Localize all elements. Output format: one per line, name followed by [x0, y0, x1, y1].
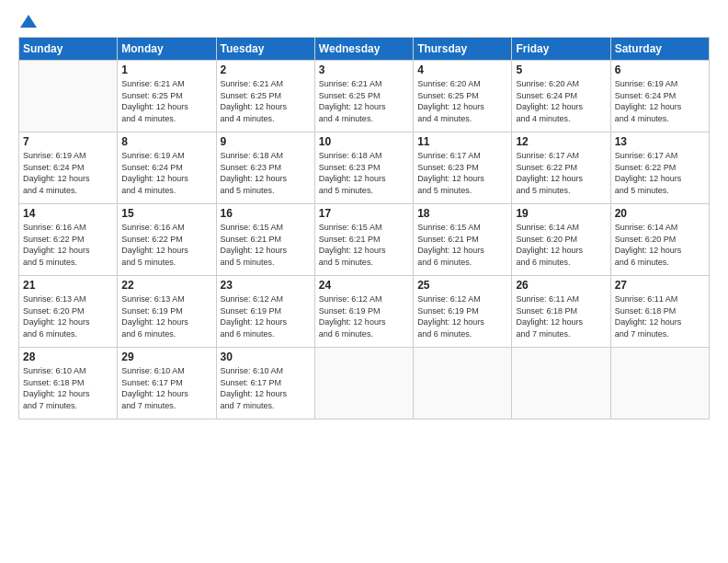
calendar-header-monday: Monday [118, 38, 216, 61]
day-info: Sunrise: 6:15 AM Sunset: 6:21 PM Dayligh… [319, 222, 409, 268]
calendar-cell: 21Sunrise: 6:13 AM Sunset: 6:20 PM Dayli… [19, 276, 118, 348]
day-number: 20 [615, 207, 705, 220]
header [18, 15, 710, 28]
calendar-cell: 6Sunrise: 6:19 AM Sunset: 6:24 PM Daylig… [610, 61, 709, 132]
page: SundayMondayTuesdayWednesdayThursdayFrid… [0, 0, 728, 563]
day-number: 14 [23, 207, 113, 220]
calendar-cell: 8Sunrise: 6:19 AM Sunset: 6:24 PM Daylig… [118, 132, 216, 204]
calendar-cell: 25Sunrise: 6:12 AM Sunset: 6:19 PM Dayli… [414, 276, 512, 348]
day-number: 13 [615, 135, 705, 148]
calendar-cell: 13Sunrise: 6:17 AM Sunset: 6:22 PM Dayli… [610, 132, 709, 204]
day-info: Sunrise: 6:19 AM Sunset: 6:24 PM Dayligh… [615, 78, 705, 124]
day-info: Sunrise: 6:12 AM Sunset: 6:19 PM Dayligh… [221, 293, 311, 339]
calendar-cell: 7Sunrise: 6:19 AM Sunset: 6:24 PM Daylig… [19, 132, 118, 204]
day-info: Sunrise: 6:21 AM Sunset: 6:25 PM Dayligh… [121, 78, 211, 124]
day-number: 15 [121, 207, 211, 220]
calendar-cell: 27Sunrise: 6:11 AM Sunset: 6:18 PM Dayli… [610, 276, 709, 348]
calendar-cell: 2Sunrise: 6:21 AM Sunset: 6:25 PM Daylig… [216, 61, 314, 132]
day-info: Sunrise: 6:21 AM Sunset: 6:25 PM Dayligh… [319, 78, 409, 124]
calendar-header-saturday: Saturday [610, 38, 709, 61]
calendar-cell: 28Sunrise: 6:10 AM Sunset: 6:18 PM Dayli… [19, 348, 118, 419]
day-number: 16 [221, 207, 311, 220]
calendar-cell: 30Sunrise: 6:10 AM Sunset: 6:17 PM Dayli… [216, 348, 314, 419]
calendar-week-1: 1Sunrise: 6:21 AM Sunset: 6:25 PM Daylig… [19, 61, 710, 132]
day-number: 9 [221, 135, 311, 148]
day-number: 3 [319, 63, 409, 76]
calendar-cell: 14Sunrise: 6:16 AM Sunset: 6:22 PM Dayli… [19, 204, 118, 276]
calendar-header-tuesday: Tuesday [216, 38, 314, 61]
day-info: Sunrise: 6:20 AM Sunset: 6:25 PM Dayligh… [417, 78, 507, 124]
svg-marker-0 [20, 15, 37, 28]
calendar-cell [19, 61, 118, 132]
day-number: 4 [417, 63, 507, 76]
day-info: Sunrise: 6:16 AM Sunset: 6:22 PM Dayligh… [121, 222, 211, 268]
calendar-cell: 10Sunrise: 6:18 AM Sunset: 6:23 PM Dayli… [314, 132, 413, 204]
calendar-cell: 3Sunrise: 6:21 AM Sunset: 6:25 PM Daylig… [314, 61, 413, 132]
calendar-header-wednesday: Wednesday [314, 38, 413, 61]
day-number: 25 [417, 279, 507, 292]
day-info: Sunrise: 6:12 AM Sunset: 6:19 PM Dayligh… [417, 293, 507, 339]
day-number: 2 [221, 63, 311, 76]
day-info: Sunrise: 6:14 AM Sunset: 6:20 PM Dayligh… [516, 222, 606, 268]
day-info: Sunrise: 6:17 AM Sunset: 6:22 PM Dayligh… [516, 150, 606, 196]
day-number: 11 [417, 135, 507, 148]
calendar-cell [414, 348, 512, 419]
day-number: 22 [121, 279, 211, 292]
calendar-cell: 19Sunrise: 6:14 AM Sunset: 6:20 PM Dayli… [512, 204, 610, 276]
day-info: Sunrise: 6:12 AM Sunset: 6:19 PM Dayligh… [319, 293, 409, 339]
day-number: 6 [615, 63, 705, 76]
day-info: Sunrise: 6:16 AM Sunset: 6:22 PM Dayligh… [23, 222, 113, 268]
day-number: 10 [319, 135, 409, 148]
calendar-cell: 18Sunrise: 6:15 AM Sunset: 6:21 PM Dayli… [414, 204, 512, 276]
day-number: 21 [23, 279, 113, 292]
calendar-week-5: 28Sunrise: 6:10 AM Sunset: 6:18 PM Dayli… [19, 348, 710, 419]
calendar-cell: 23Sunrise: 6:12 AM Sunset: 6:19 PM Dayli… [216, 276, 314, 348]
calendar-cell: 12Sunrise: 6:17 AM Sunset: 6:22 PM Dayli… [512, 132, 610, 204]
calendar-cell: 9Sunrise: 6:18 AM Sunset: 6:23 PM Daylig… [216, 132, 314, 204]
day-number: 27 [615, 279, 705, 292]
day-info: Sunrise: 6:10 AM Sunset: 6:17 PM Dayligh… [121, 365, 211, 411]
day-number: 8 [121, 135, 211, 148]
calendar-table: SundayMondayTuesdayWednesdayThursdayFrid… [18, 37, 710, 419]
day-info: Sunrise: 6:19 AM Sunset: 6:24 PM Dayligh… [121, 150, 211, 196]
logo [18, 15, 37, 28]
day-info: Sunrise: 6:13 AM Sunset: 6:20 PM Dayligh… [23, 293, 113, 339]
day-info: Sunrise: 6:10 AM Sunset: 6:17 PM Dayligh… [221, 365, 311, 411]
day-number: 29 [121, 350, 211, 363]
calendar-week-4: 21Sunrise: 6:13 AM Sunset: 6:20 PM Dayli… [19, 276, 710, 348]
day-number: 1 [121, 63, 211, 76]
day-info: Sunrise: 6:10 AM Sunset: 6:18 PM Dayligh… [23, 365, 113, 411]
calendar-cell: 11Sunrise: 6:17 AM Sunset: 6:23 PM Dayli… [414, 132, 512, 204]
day-number: 26 [516, 279, 606, 292]
day-info: Sunrise: 6:18 AM Sunset: 6:23 PM Dayligh… [221, 150, 311, 196]
day-number: 17 [319, 207, 409, 220]
day-info: Sunrise: 6:21 AM Sunset: 6:25 PM Dayligh… [221, 78, 311, 124]
calendar-cell [512, 348, 610, 419]
calendar-cell: 26Sunrise: 6:11 AM Sunset: 6:18 PM Dayli… [512, 276, 610, 348]
calendar-cell: 4Sunrise: 6:20 AM Sunset: 6:25 PM Daylig… [414, 61, 512, 132]
calendar-cell [610, 348, 709, 419]
day-info: Sunrise: 6:13 AM Sunset: 6:19 PM Dayligh… [121, 293, 211, 339]
day-info: Sunrise: 6:20 AM Sunset: 6:24 PM Dayligh… [516, 78, 606, 124]
day-number: 7 [23, 135, 113, 148]
calendar-cell: 20Sunrise: 6:14 AM Sunset: 6:20 PM Dayli… [610, 204, 709, 276]
day-number: 19 [516, 207, 606, 220]
calendar-cell: 29Sunrise: 6:10 AM Sunset: 6:17 PM Dayli… [118, 348, 216, 419]
calendar-cell [314, 348, 413, 419]
day-info: Sunrise: 6:17 AM Sunset: 6:23 PM Dayligh… [417, 150, 507, 196]
calendar-cell: 22Sunrise: 6:13 AM Sunset: 6:19 PM Dayli… [118, 276, 216, 348]
calendar-header-friday: Friday [512, 38, 610, 61]
calendar-cell: 24Sunrise: 6:12 AM Sunset: 6:19 PM Dayli… [314, 276, 413, 348]
calendar-cell: 5Sunrise: 6:20 AM Sunset: 6:24 PM Daylig… [512, 61, 610, 132]
day-info: Sunrise: 6:11 AM Sunset: 6:18 PM Dayligh… [516, 293, 606, 339]
day-info: Sunrise: 6:15 AM Sunset: 6:21 PM Dayligh… [221, 222, 311, 268]
day-info: Sunrise: 6:11 AM Sunset: 6:18 PM Dayligh… [615, 293, 705, 339]
day-number: 30 [221, 350, 311, 363]
calendar-week-3: 14Sunrise: 6:16 AM Sunset: 6:22 PM Dayli… [19, 204, 710, 276]
calendar-header-sunday: Sunday [19, 38, 118, 61]
day-info: Sunrise: 6:18 AM Sunset: 6:23 PM Dayligh… [319, 150, 409, 196]
calendar-cell: 16Sunrise: 6:15 AM Sunset: 6:21 PM Dayli… [216, 204, 314, 276]
calendar-header-row: SundayMondayTuesdayWednesdayThursdayFrid… [19, 38, 710, 61]
calendar-header-thursday: Thursday [414, 38, 512, 61]
day-info: Sunrise: 6:15 AM Sunset: 6:21 PM Dayligh… [417, 222, 507, 268]
